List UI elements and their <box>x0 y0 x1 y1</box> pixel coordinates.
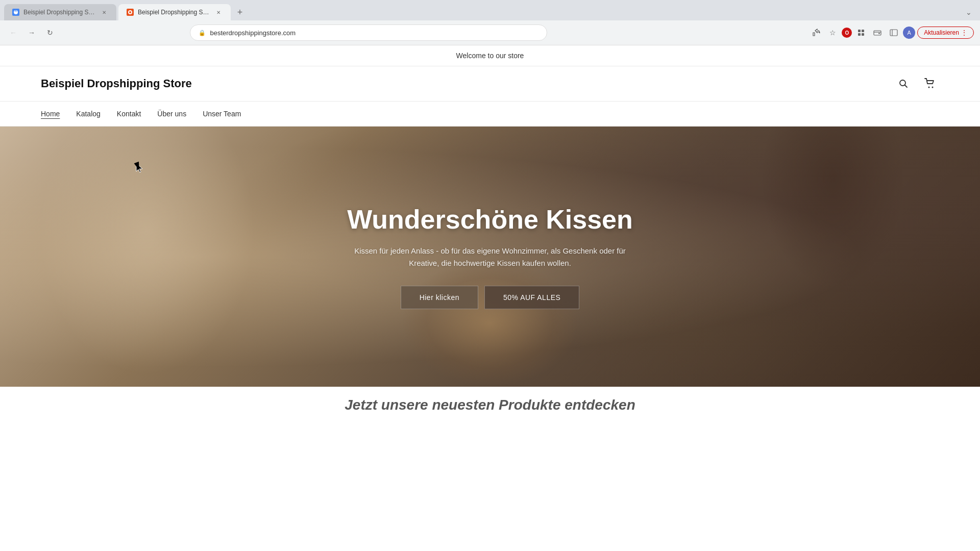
announcement-text: Welcome to our store <box>456 52 524 60</box>
sidebar-button[interactable] <box>887 26 901 40</box>
svg-rect-4 <box>862 30 864 32</box>
below-hero-text: Jetzt unsere neuesten Produkte entdecken <box>41 397 939 413</box>
store-logo[interactable]: Beispiel Dropshipping Store <box>41 77 894 90</box>
hero-subtitle: Kissen für jeden Anlass - ob für das eig… <box>347 245 633 269</box>
tab-2[interactable]: Beispiel Dropshipping Store ✕ <box>118 4 231 20</box>
opera-icon: O <box>842 28 852 38</box>
below-hero-section: Jetzt unsere neuesten Produkte entdecken <box>0 387 980 423</box>
svg-line-12 <box>905 85 908 88</box>
tab-bar: Beispiel Dropshipping Store · ... ✕ Beis… <box>0 0 980 20</box>
hero-section: Wunderschöne Kissen Kissen für jeden Anl… <box>0 127 980 387</box>
svg-rect-7 <box>874 31 881 35</box>
header-icons <box>894 74 939 93</box>
store-header: Beispiel Dropshipping Store <box>0 66 980 102</box>
tab-1[interactable]: Beispiel Dropshipping Store · ... ✕ <box>4 4 116 20</box>
toolbar-right: ☆ O <box>809 26 974 40</box>
extensions-button[interactable] <box>854 26 868 40</box>
search-button[interactable] <box>894 74 913 93</box>
svg-rect-5 <box>858 33 861 36</box>
back-button[interactable]: ← <box>6 26 20 40</box>
share-button[interactable] <box>809 26 823 40</box>
url-text: besterdropshippingstore.com <box>210 29 538 37</box>
forward-button[interactable]: → <box>24 26 39 40</box>
hero-title: Wunderschöne Kissen <box>347 204 633 235</box>
nav-katalog[interactable]: Katalog <box>76 102 100 126</box>
nav-kontakt[interactable]: Kontakt <box>117 102 141 126</box>
hero-buttons: Hier klicken 50% AUF ALLES <box>347 286 633 309</box>
svg-rect-8 <box>878 33 880 34</box>
announcement-bar: Welcome to our store <box>0 45 980 66</box>
store-nav: Home Katalog Kontakt Über uns Unser Team <box>0 102 980 127</box>
hero-content: Wunderschöne Kissen Kissen für jeden Anl… <box>337 194 643 319</box>
tab-1-label: Beispiel Dropshipping Store · ... <box>23 9 96 16</box>
menu-dots-icon: ⋮ <box>961 29 967 36</box>
tab-1-close[interactable]: ✕ <box>100 8 108 16</box>
svg-rect-9 <box>890 30 897 36</box>
tab-1-favicon <box>12 9 19 16</box>
svg-point-2 <box>129 11 131 13</box>
svg-point-14 <box>932 87 934 88</box>
tab-2-label: Beispiel Dropshipping Store <box>138 9 210 16</box>
nav-home[interactable]: Home <box>41 102 60 126</box>
svg-rect-3 <box>858 30 861 32</box>
security-lock-icon: 🔒 <box>199 30 206 36</box>
nav-ueber-uns[interactable]: Über uns <box>157 102 186 126</box>
new-tab-button[interactable]: + <box>233 5 247 19</box>
tab-2-close[interactable]: ✕ <box>214 8 223 16</box>
address-bar[interactable]: 🔒 besterdropshippingstore.com <box>190 24 547 41</box>
wallet-button[interactable] <box>870 26 885 40</box>
hero-secondary-button[interactable]: 50% AUF ALLES <box>484 286 579 309</box>
tab-2-favicon <box>127 9 134 16</box>
svg-point-13 <box>928 87 930 88</box>
bookmark-button[interactable]: ☆ <box>825 26 840 40</box>
hero-primary-button[interactable]: Hier klicken <box>401 286 478 309</box>
svg-rect-6 <box>862 33 864 36</box>
profile-icon[interactable]: A <box>903 27 915 39</box>
reload-button[interactable]: ↻ <box>43 26 57 40</box>
update-button[interactable]: Aktualisieren ⋮ <box>917 27 974 39</box>
tab-expand-button[interactable]: ⌄ <box>962 5 976 19</box>
store-website: Welcome to our store Beispiel Dropshippi… <box>0 45 980 551</box>
nav-unser-team[interactable]: Unser Team <box>203 102 241 126</box>
address-bar-row: ← → ↻ 🔒 besterdropshippingstore.com ☆ O <box>0 20 980 45</box>
cart-button[interactable] <box>921 74 939 93</box>
browser-chrome: Beispiel Dropshipping Store · ... ✕ Beis… <box>0 0 980 45</box>
